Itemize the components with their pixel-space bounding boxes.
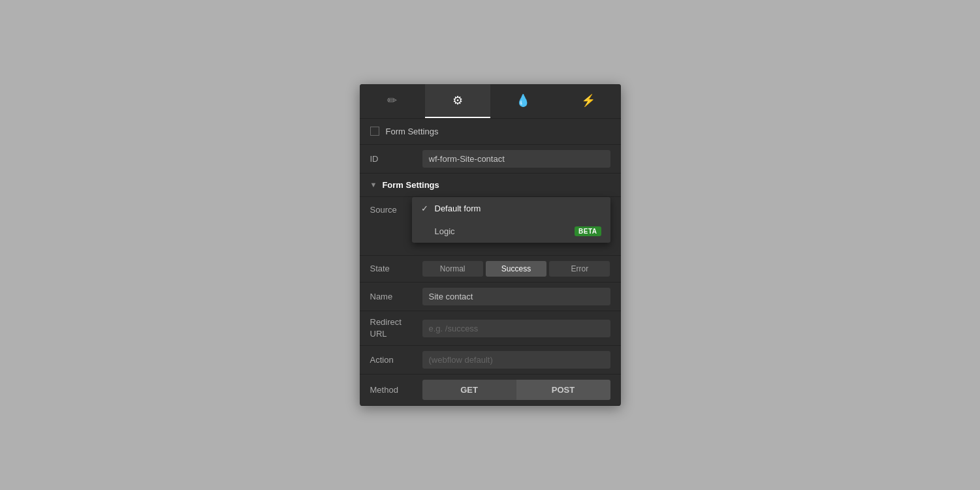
method-buttons: GET POST <box>422 380 610 400</box>
tab-settings[interactable]: ⚙ <box>425 84 490 118</box>
state-row: State Normal Success Error <box>360 256 621 283</box>
tab-style[interactable]: 💧 <box>490 84 556 118</box>
paint-icon: ✏ <box>387 93 397 108</box>
method-btn-get[interactable]: GET <box>422 380 516 400</box>
form-header-label: Form Settings <box>386 127 439 136</box>
state-label: State <box>370 264 422 273</box>
name-input[interactable] <box>422 288 610 305</box>
action-label: Action <box>370 355 422 365</box>
section-title: Form Settings <box>382 180 439 190</box>
state-buttons: Normal Success Error <box>422 261 610 277</box>
checkmark-placeholder: ✓ <box>421 226 428 236</box>
dropdown-item-logic[interactable]: ✓ Logic BETA <box>412 220 610 243</box>
source-row: Source ✓ Default form ✓ Logic BETA <box>360 197 621 256</box>
source-dropdown: ✓ Default form ✓ Logic BETA <box>412 197 610 243</box>
toolbar: ✏ ⚙ 💧 ⚡ <box>360 84 621 119</box>
state-btn-normal[interactable]: Normal <box>422 261 483 277</box>
settings-panel: ✏ ⚙ 💧 ⚡ Form Settings ID ▼ Form Settings… <box>360 84 621 406</box>
method-label: Method <box>370 385 422 395</box>
id-label: ID <box>370 154 422 164</box>
id-row: ID <box>360 145 621 174</box>
dropdown-label-logic: Logic <box>435 226 575 236</box>
form-settings-section-header[interactable]: ▼ Form Settings <box>360 174 621 197</box>
state-btn-success[interactable]: Success <box>486 261 546 277</box>
drops-icon: 💧 <box>516 93 530 108</box>
name-row: Name <box>360 283 621 311</box>
dropdown-label-default: Default form <box>435 204 601 213</box>
method-row: Method GET POST <box>360 375 621 406</box>
action-input[interactable] <box>422 351 610 369</box>
redirect-url-label: Redirect URL <box>370 316 422 340</box>
tab-paint[interactable]: ✏ <box>360 84 425 118</box>
beta-badge: BETA <box>575 226 601 236</box>
action-row: Action <box>360 346 621 375</box>
checkmark-icon: ✓ <box>421 204 428 213</box>
form-settings-checkbox[interactable] <box>370 127 379 136</box>
state-btn-error[interactable]: Error <box>549 261 610 277</box>
gear-icon: ⚙ <box>452 93 463 108</box>
name-label: Name <box>370 292 422 301</box>
chevron-icon: ▼ <box>370 181 377 189</box>
redirect-url-row: Redirect URL <box>360 311 621 346</box>
method-btn-post[interactable]: POST <box>516 380 610 400</box>
tab-interactions[interactable]: ⚡ <box>556 84 621 118</box>
dropdown-item-default[interactable]: ✓ Default form <box>412 197 610 220</box>
form-header-row: Form Settings <box>360 119 621 145</box>
id-input[interactable] <box>422 150 610 168</box>
redirect-url-input[interactable] <box>422 320 610 337</box>
lightning-icon: ⚡ <box>581 93 595 108</box>
